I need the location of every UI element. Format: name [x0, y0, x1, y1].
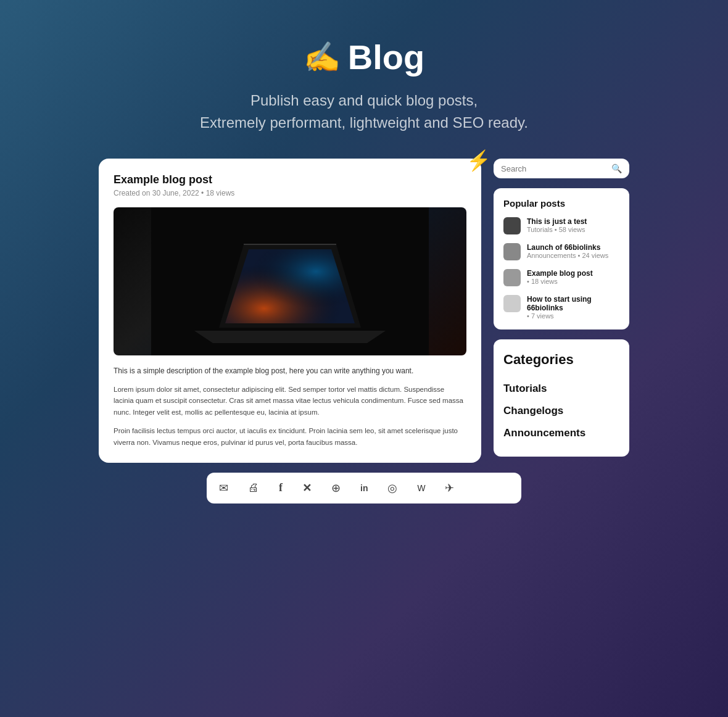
header-subtitle: Publish easy and quick blog posts, Extre…: [200, 89, 528, 134]
sidebar: 🔍 Popular posts This is just a test Tuto…: [494, 159, 629, 457]
search-box[interactable]: 🔍: [494, 159, 629, 178]
categories-title: Categories: [503, 352, 619, 368]
search-icon[interactable]: 🔍: [611, 164, 622, 173]
post-meta: • 7 views: [527, 312, 619, 320]
blog-post-meta: Created on 30 June, 2022 • 18 views: [114, 189, 466, 197]
post-meta: • 18 views: [527, 278, 593, 285]
facebook-share-icon[interactable]: f: [279, 481, 283, 494]
list-item[interactable]: This is just a test Tutorials • 58 views: [503, 217, 619, 234]
blog-post-image: [114, 207, 466, 355]
search-input[interactable]: [501, 164, 606, 173]
twitter-share-icon[interactable]: ✕: [302, 481, 312, 495]
categories-card: Categories Tutorials Changelogs Announce…: [494, 339, 629, 457]
category-announcements[interactable]: Announcements: [503, 422, 619, 444]
telegram-share-icon[interactable]: ✈: [445, 481, 454, 495]
post-info: Example blog post • 18 views: [527, 269, 593, 285]
post-thumbnail: [503, 243, 521, 260]
list-item[interactable]: Example blog post • 18 views: [503, 269, 619, 286]
svg-marker-1: [194, 331, 386, 343]
category-tutorials[interactable]: Tutorials: [503, 378, 619, 400]
main-content: ⚡ Example blog post Created on 30 June, …: [99, 159, 629, 463]
popular-posts-title: Popular posts: [503, 198, 619, 209]
blog-post-body1: Lorem ipsum dolor sit amet, consectetur …: [114, 384, 466, 418]
post-thumbnail: [503, 269, 521, 286]
pinterest-share-icon[interactable]: ⊕: [331, 481, 341, 495]
whatsapp-share-icon[interactable]: w: [417, 481, 425, 494]
email-share-icon[interactable]: ✉: [219, 481, 228, 495]
blog-post-card: ⚡ Example blog post Created on 30 June, …: [99, 159, 481, 463]
blog-post-title: Example blog post: [114, 173, 466, 186]
lightning-icon: ⚡: [466, 149, 491, 172]
post-info: Launch of 66biolinks Announcements • 24 …: [527, 243, 608, 259]
category-changelogs[interactable]: Changelogs: [503, 400, 619, 422]
post-meta: Tutorials • 58 views: [527, 226, 587, 233]
post-name: Example blog post: [527, 269, 593, 278]
post-info: How to start using 66biolinks • 7 views: [527, 295, 619, 320]
share-bar: ✉ 🖨 f ✕ ⊕ in ◎ w ✈: [207, 473, 521, 504]
post-info: This is just a test Tutorials • 58 views: [527, 217, 587, 233]
post-name: This is just a test: [527, 217, 587, 226]
list-item[interactable]: Launch of 66biolinks Announcements • 24 …: [503, 243, 619, 260]
post-meta: Announcements • 24 views: [527, 252, 608, 259]
print-share-icon[interactable]: 🖨: [248, 481, 259, 494]
post-name: Launch of 66biolinks: [527, 243, 608, 252]
page-title: Blog: [348, 37, 424, 77]
list-item[interactable]: How to start using 66biolinks • 7 views: [503, 295, 619, 320]
blog-post-body2: Proin facilisis lectus tempus orci aucto…: [114, 425, 466, 448]
header-emoji: ✍️: [304, 40, 341, 75]
post-thumbnail: [503, 295, 521, 312]
post-thumbnail: [503, 217, 521, 234]
popular-posts-card: Popular posts This is just a test Tutori…: [494, 188, 629, 329]
blog-post-description: This is a simple description of the exam…: [114, 365, 466, 376]
linkedin-share-icon[interactable]: in: [360, 483, 368, 493]
page-header: ✍️ Blog Publish easy and quick blog post…: [200, 37, 528, 134]
circle-share-icon[interactable]: ◎: [387, 481, 397, 495]
post-name: How to start using 66biolinks: [527, 295, 619, 312]
